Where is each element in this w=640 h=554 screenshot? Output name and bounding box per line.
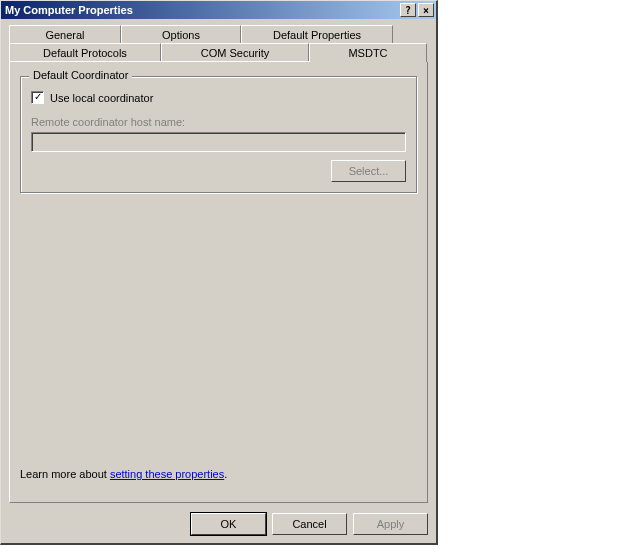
client-area: General Options Default Properties Defau… [1, 19, 436, 543]
learn-link[interactable]: setting these properties [110, 468, 224, 480]
ok-button[interactable]: OK [191, 513, 266, 535]
button-label: OK [221, 518, 237, 530]
apply-button: Apply [353, 513, 428, 535]
tabstrip: General Options Default Properties Defau… [9, 25, 428, 63]
dialog-buttons: OK Cancel Apply [191, 513, 428, 535]
properties-window: My Computer Properties ? × General Optio… [0, 0, 438, 545]
tab-label: Options [162, 29, 200, 41]
tab-row-1: General Options Default Properties [9, 25, 428, 44]
titlebar[interactable]: My Computer Properties ? × [1, 1, 436, 19]
button-label: Apply [377, 518, 405, 530]
tab-label: COM Security [201, 47, 269, 59]
tab-label: Default Protocols [43, 47, 127, 59]
tab-panel-msdtc: Default Coordinator ✓ Use local coordina… [9, 62, 428, 503]
check-icon: ✓ [34, 92, 42, 102]
use-local-coordinator-checkbox[interactable]: ✓ [31, 91, 44, 104]
group-title: Default Coordinator [29, 69, 132, 81]
button-label: Cancel [292, 518, 326, 530]
button-label: Select... [349, 165, 389, 177]
tab-filler [393, 25, 428, 44]
tab-general[interactable]: General [9, 25, 121, 44]
tab-com-security[interactable]: COM Security [161, 43, 309, 62]
remote-host-label: Remote coordinator host name: [31, 116, 406, 128]
tab-default-properties[interactable]: Default Properties [241, 25, 393, 44]
learn-more: Learn more about setting these propertie… [20, 468, 227, 480]
select-button: Select... [331, 160, 406, 182]
titlebar-button-group: ? × [398, 3, 434, 17]
select-row: Select... [31, 160, 406, 182]
cancel-button[interactable]: Cancel [272, 513, 347, 535]
use-local-coordinator-row: ✓ Use local coordinator [31, 91, 406, 104]
learn-prefix: Learn more about [20, 468, 110, 480]
tab-row-2: Default Protocols COM Security MSDTC [9, 43, 428, 62]
tab-label: MSDTC [348, 47, 387, 59]
tab-msdtc[interactable]: MSDTC [309, 43, 427, 62]
tab-default-protocols[interactable]: Default Protocols [9, 43, 161, 62]
tab-options[interactable]: Options [121, 25, 241, 44]
learn-suffix: . [224, 468, 227, 480]
use-local-coordinator-label: Use local coordinator [50, 92, 153, 104]
close-icon: × [423, 5, 429, 16]
tab-label: General [45, 29, 84, 41]
help-icon: ? [405, 5, 411, 16]
remote-host-input [31, 132, 406, 152]
close-button[interactable]: × [418, 3, 434, 17]
tab-label: Default Properties [273, 29, 361, 41]
window-title: My Computer Properties [3, 4, 398, 16]
default-coordinator-group: Default Coordinator ✓ Use local coordina… [20, 76, 417, 193]
help-button[interactable]: ? [400, 3, 416, 17]
